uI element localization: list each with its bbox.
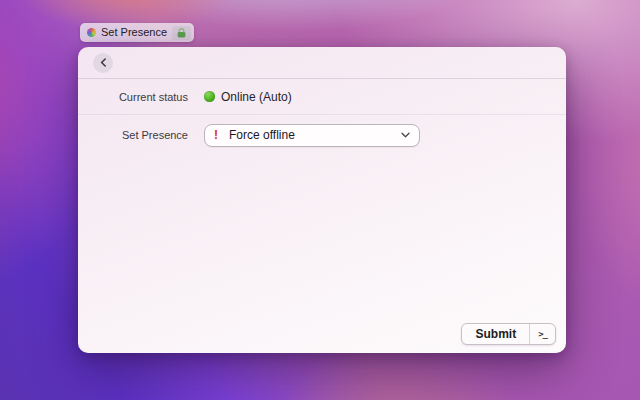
current-status-row: Current status Online (Auto) xyxy=(78,79,566,115)
terminal-button[interactable]: >_ xyxy=(529,324,555,344)
chevron-left-icon xyxy=(100,58,107,67)
window-title: Set Presence xyxy=(101,23,167,42)
chevron-down-icon xyxy=(401,132,410,138)
current-status-label: Current status xyxy=(78,91,204,103)
current-status-value: Online (Auto) xyxy=(204,90,292,104)
presence-dropdown[interactable]: ! Force offline xyxy=(204,124,420,147)
warning-icon: ! xyxy=(214,128,218,142)
terminal-prompt-icon: >_ xyxy=(538,329,547,339)
app-icon xyxy=(87,28,96,37)
back-button[interactable] xyxy=(93,53,113,73)
set-presence-window: Current status Online (Auto) Set Presenc… xyxy=(78,47,566,353)
current-status-text: Online (Auto) xyxy=(221,90,292,104)
set-presence-row: Set Presence ! Force offline xyxy=(78,115,566,155)
submit-button[interactable]: Submit xyxy=(462,324,529,344)
window-toolbar xyxy=(78,47,566,79)
set-presence-label: Set Presence xyxy=(78,129,204,141)
lock-icon xyxy=(172,26,191,40)
window-title-tab[interactable]: Set Presence xyxy=(80,23,194,42)
footer-button-group: Submit >_ xyxy=(461,323,556,345)
online-status-icon xyxy=(204,91,215,102)
presence-dropdown-value: Force offline xyxy=(229,128,295,142)
